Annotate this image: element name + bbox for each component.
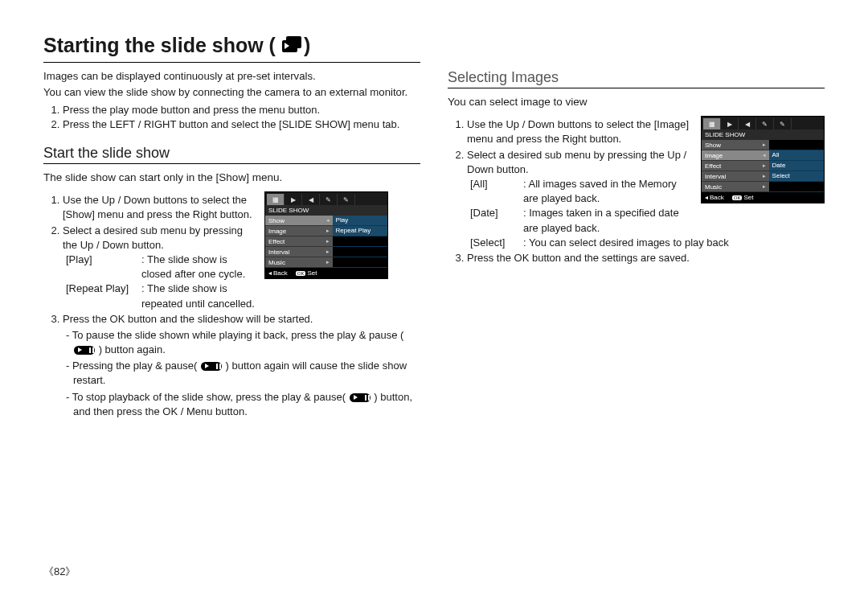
osd-empty	[333, 247, 387, 257]
osd-screenshot-image: ▦ ▶ ◀ ✎ ✎ SLIDE SHOW Show▸ Image◂All Eff…	[701, 116, 825, 203]
right-arrow-icon: ▸	[326, 228, 330, 234]
right-arrow-icon: ▸	[763, 142, 766, 148]
osd-set: Set	[307, 269, 317, 277]
osd-title-2: SLIDE SHOW	[702, 129, 824, 140]
osd-row-effect: Effect	[268, 238, 285, 245]
def-play-desc: : The slide show is closed after one cyc…	[141, 253, 258, 282]
back-key-icon: ◂	[705, 194, 708, 201]
osd-tab-sound-icon: ◀	[739, 118, 756, 129]
slideshow-icon	[282, 40, 297, 52]
intro-line-2: You can view the slide show by connectin…	[43, 85, 420, 100]
osd-tab-tool-icon: ✎	[756, 118, 774, 129]
osd-row-repeat: Repeat Play	[333, 226, 387, 236]
osd-row-play: Play	[333, 216, 387, 226]
right-arrow-icon: ▸	[763, 183, 766, 190]
right-step-2-text: Select a desired sub menu by pressing th…	[467, 149, 686, 175]
def-select-desc: : You can select desired images to play …	[523, 236, 825, 250]
osd2-row-effect: Effect	[705, 162, 721, 170]
osd-title: SLIDE SHOW	[265, 205, 387, 216]
osd-empty	[333, 236, 387, 247]
def-select-term: [Select]	[470, 236, 523, 250]
osd2-row-all: All	[769, 150, 824, 161]
right-arrow-icon: ▸	[326, 259, 330, 265]
osd-row-show: Show	[268, 217, 285, 224]
page-title: Starting the slide show ( )	[43, 34, 420, 57]
main-step-3-text: Press the OK button and the slideshow wi…	[63, 313, 313, 325]
osd-tab-play-icon: ▶	[285, 194, 302, 205]
section-selecting-title: Selecting Images	[448, 69, 825, 88]
osd2-row-date: Date	[769, 161, 824, 171]
osd-empty	[769, 182, 824, 192]
section-start-intro: The slide show can start only in the [Sh…	[43, 171, 420, 185]
back-key-icon: ◂	[268, 269, 272, 277]
title-rule	[43, 62, 420, 63]
osd-tab-slideshow-icon: ▦	[703, 118, 721, 129]
def-all-term: [All]	[470, 177, 523, 206]
osd2-set: Set	[743, 194, 753, 201]
osd-row-music: Music	[268, 259, 285, 266]
page-number: 《82》	[43, 565, 76, 579]
osd-back: Back	[273, 269, 288, 277]
title-text-2: )	[304, 34, 310, 57]
osd-tab-slideshow-icon: ▦	[267, 194, 285, 205]
right-arrow-icon: ▸	[326, 249, 330, 255]
left-arrow-icon: ◂	[763, 152, 766, 158]
def-repeat-term: [Repeat Play]	[66, 282, 141, 310]
right-arrow-icon: ▸	[326, 238, 330, 245]
ok-key-icon: OK	[296, 271, 306, 276]
main-step-3: Press the OK button and the slideshow wi…	[63, 312, 420, 419]
right-arrow-icon: ▸	[763, 173, 766, 179]
osd-row-image: Image	[268, 228, 286, 235]
def-date-term: [Date]	[470, 206, 523, 235]
osd2-row-show: Show	[705, 142, 721, 149]
right-arrow-icon: ▸	[763, 162, 766, 169]
section-start-title: Start the slide show	[43, 145, 420, 164]
def-all-desc: : All images saved in the Memory are pla…	[523, 177, 694, 206]
osd2-back: Back	[710, 194, 724, 201]
def-date-desc: : Images taken in a specified date are p…	[523, 206, 694, 235]
osd-tab-tool-icon: ✎	[320, 194, 338, 205]
osd-empty	[769, 140, 824, 150]
top-step-1: Press the play mode button and press the…	[63, 103, 420, 117]
osd-tab-setup-icon: ✎	[774, 118, 792, 129]
section-selecting-intro: You can select image to view	[448, 95, 825, 109]
title-text-1: Starting the slide show (	[43, 34, 276, 57]
def-play-term: [Play]	[66, 253, 141, 282]
bullet-stop: - To stop playback of the slide show, pr…	[73, 390, 420, 419]
main-step-2-text: Select a desired sub menu by pressing th…	[63, 224, 243, 251]
top-steps-list: Press the play mode button and press the…	[43, 103, 420, 132]
osd-tab-sound-icon: ◀	[302, 194, 320, 205]
osd-tab-play-icon: ▶	[721, 118, 739, 129]
ok-key-icon: OK	[732, 195, 743, 200]
osd-row-interval: Interval	[268, 249, 289, 256]
osd2-row-music: Music	[705, 183, 722, 191]
osd-empty	[333, 257, 387, 268]
play-pause-icon	[350, 393, 371, 402]
osd2-row-select: Select	[769, 171, 824, 182]
osd-screenshot-show: ▦ ▶ ◀ ✎ ✎ SLIDE SHOW Show◂Play Image▸Rep…	[264, 191, 388, 279]
right-step-3: Press the OK button and the settings are…	[467, 251, 825, 265]
osd2-row-image: Image	[705, 152, 723, 159]
def-repeat-desc: : The slide show is repeated until cance…	[141, 282, 258, 310]
osd-tab-setup-icon: ✎	[338, 194, 355, 205]
left-arrow-icon: ◂	[326, 217, 330, 224]
bullet-pause: - To pause the slide shown while playing…	[73, 328, 420, 357]
bullet-restart: - Pressing the play & pause( ) button ag…	[73, 359, 420, 388]
osd2-row-interval: Interval	[705, 173, 726, 180]
play-pause-icon	[201, 362, 222, 371]
play-pause-icon	[74, 346, 95, 355]
intro-line-1: Images can be displayed continuously at …	[43, 69, 420, 84]
top-step-2: Press the LEFT / RIGHT button and select…	[63, 117, 420, 132]
